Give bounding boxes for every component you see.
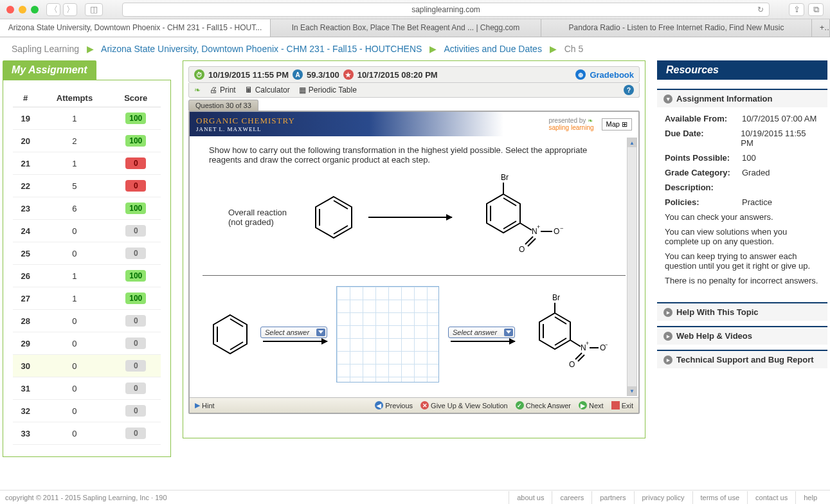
play-icon: ▶ <box>195 401 200 410</box>
col-attempts: Attempts <box>38 89 111 107</box>
next-icon: ▶ <box>579 401 587 410</box>
svg-line-29 <box>570 340 581 346</box>
overall-reaction-row: Overall reaction (not graded) Br <box>228 172 619 262</box>
assignment-info-header[interactable]: ▾Assignment Information <box>657 89 827 107</box>
table-row[interactable]: 236100 <box>13 197 161 220</box>
table-row[interactable]: 2110 <box>13 152 161 175</box>
drawing-grid[interactable] <box>336 286 439 382</box>
score-text: 59.3/100 <box>307 70 339 80</box>
close-window-icon[interactable] <box>6 6 14 14</box>
resources-panel: ▾Assignment Information Available From:1… <box>657 80 827 368</box>
previous-button[interactable]: ◀Previous <box>375 401 413 410</box>
svg-line-2 <box>334 226 348 234</box>
table-row[interactable]: 202100 <box>13 130 161 152</box>
minimize-window-icon[interactable] <box>19 6 26 14</box>
table-row[interactable]: 271100 <box>13 287 161 310</box>
table-row[interactable]: 2400 <box>13 220 161 242</box>
table-row[interactable]: 3000 <box>13 355 161 377</box>
back-button[interactable]: 〈 <box>46 3 60 16</box>
check-answer-button[interactable]: ✓Check Answer <box>516 401 571 410</box>
exit-button[interactable]: Exit <box>611 401 633 410</box>
product-molecule-icon: Br N + O − <box>464 172 566 262</box>
periodic-table-button[interactable]: ▦Periodic Table <box>299 86 357 94</box>
svg-text:O: O <box>519 245 525 254</box>
share-icon[interactable]: ⇪ <box>789 3 804 16</box>
svg-line-20 <box>230 319 243 327</box>
map-button[interactable]: Map ⊞ <box>602 118 632 130</box>
giveup-button[interactable]: ✕Give Up & View Solution <box>420 401 508 410</box>
table-row[interactable]: 191100 <box>13 107 161 130</box>
sidebar-toggle-icon[interactable]: ◫ <box>85 3 103 16</box>
zoom-window-icon[interactable] <box>31 6 39 14</box>
due-value: 10/19/2015 11:55 PM <box>741 129 820 148</box>
calculator-button[interactable]: 🖩Calculator <box>245 86 290 94</box>
question-tab: Question 30 of 33 <box>188 100 258 111</box>
url-text: saplinglearning.com <box>411 5 480 14</box>
my-assignment-heading: My Assignment <box>3 60 96 80</box>
svg-marker-25 <box>539 313 570 349</box>
browser-tab-1[interactable]: Arizona State University, Downtown Phoen… <box>0 19 271 37</box>
help-topic-header[interactable]: ▸Help With This Topic <box>657 302 827 321</box>
tech-support-header[interactable]: ▸Technical Support and Bug Report <box>657 350 827 368</box>
svg-line-10 <box>520 223 532 230</box>
url-bar[interactable]: saplinglearning.com ↻ <box>122 3 770 17</box>
crumb-activities[interactable]: Activities and Due Dates <box>444 44 542 54</box>
presented-by: presented by ❧ sapling learning <box>548 117 593 131</box>
table-row[interactable]: 3300 <box>13 422 161 445</box>
table-row[interactable]: 261100 <box>13 265 161 287</box>
scroll-down-icon[interactable]: ▼ <box>627 386 636 395</box>
browser-tab-3[interactable]: Pandora Radio - Listen to Free Internet … <box>541 19 812 37</box>
svg-line-21 <box>230 342 243 350</box>
attempts-table: # Attempts Score 19110020210021102250236… <box>13 89 161 445</box>
gradebook-link[interactable]: Gradebook <box>590 70 634 80</box>
forward-button[interactable]: 〉 <box>63 3 77 16</box>
leaf-icon: ❧ <box>588 117 593 124</box>
clock-icon: ⏱ <box>194 69 204 80</box>
book-author: JANET L. MAXWELL <box>196 126 295 132</box>
next-button[interactable]: ▶Next <box>579 401 604 410</box>
svg-text:+: + <box>586 340 589 346</box>
gradecat-label: Grade Category: <box>665 168 742 177</box>
select-answer-1[interactable]: Select answer <box>260 327 327 338</box>
reload-icon[interactable]: ↻ <box>757 5 764 14</box>
avail-value: 10/7/2015 07:00 AM <box>742 114 816 123</box>
due-date: 10/19/2015 11:55 PM <box>208 70 289 80</box>
resources-heading: Resources <box>657 60 827 80</box>
web-help-header[interactable]: ▸Web Help & Videos <box>657 326 827 345</box>
browser-tab-2[interactable]: In Each Reaction Box, Place The Bet Reag… <box>271 19 541 37</box>
select-answer-2[interactable]: Select answer <box>448 327 515 338</box>
table-row[interactable]: 2250 <box>13 175 161 197</box>
book-title: ORGANIC CHEMISTRY <box>196 116 295 126</box>
svg-line-1 <box>334 201 348 209</box>
question-instructions: Show how to carry out the following tran… <box>209 145 619 165</box>
prev-icon: ◀ <box>375 401 383 410</box>
scrollbar[interactable]: ▲ ▼ <box>627 138 637 396</box>
svg-line-7 <box>503 198 516 206</box>
policies-label: Policies: <box>665 197 742 207</box>
svg-text:O: O <box>569 360 575 369</box>
policy-text-2: You can view solutions when you complete… <box>665 227 820 246</box>
crumb-course[interactable]: Arizona State University, Downtown Phoen… <box>101 44 422 54</box>
scroll-up-icon[interactable]: ▲ <box>627 138 636 147</box>
table-row[interactable]: 2800 <box>13 310 161 332</box>
hint-button[interactable]: ▶Hint <box>195 401 215 410</box>
table-row[interactable]: 3200 <box>13 400 161 422</box>
arrow-icon <box>368 217 452 218</box>
avail-label: Available From: <box>665 114 742 123</box>
calculator-icon: 🖩 <box>245 86 253 94</box>
table-row[interactable]: 2900 <box>13 332 161 355</box>
table-row[interactable]: 3100 <box>13 377 161 400</box>
svg-text:Br: Br <box>501 173 509 182</box>
assignment-infobar: ⏱ 10/19/2015 11:55 PM A 59.3/100 ★ 10/17… <box>188 66 640 83</box>
points-label: Points Possible: <box>665 153 742 163</box>
tools-bar: ❧ 🖨Print 🖩Calculator ▦Periodic Table ? <box>188 83 640 98</box>
new-tab-button[interactable]: + <box>812 19 830 37</box>
tabs-icon[interactable]: ⧉ <box>808 3 824 16</box>
chevron-right-icon: ▶ <box>550 44 557 54</box>
gradebook-icon: ⊕ <box>575 69 586 80</box>
chevron-right-icon: ▸ <box>663 356 672 364</box>
print-button[interactable]: 🖨Print <box>210 86 236 94</box>
svg-text:−: − <box>605 341 608 348</box>
table-row[interactable]: 2500 <box>13 242 161 265</box>
help-icon[interactable]: ? <box>624 85 634 95</box>
